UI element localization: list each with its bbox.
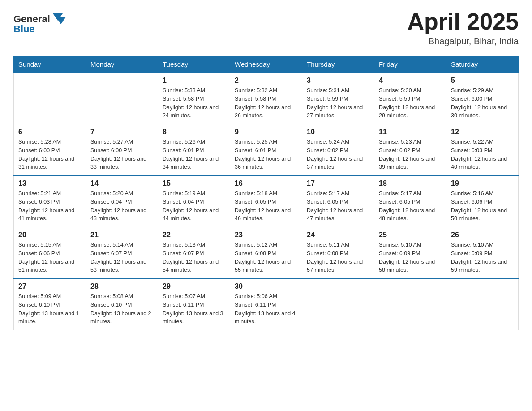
day-number: 27 <box>18 283 81 291</box>
calendar-cell: 2Sunrise: 5:32 AMSunset: 5:58 PMDaylight… <box>230 73 302 124</box>
day-number: 16 <box>235 180 297 188</box>
day-info: Sunrise: 5:33 AMSunset: 5:58 PMDaylight:… <box>163 86 225 120</box>
day-number: 1 <box>163 77 225 85</box>
calendar-cell: 4Sunrise: 5:30 AMSunset: 5:59 PMDaylight… <box>374 73 446 124</box>
page-header: General Blue April 2025 Bhagalpur, Bihar… <box>13 9 519 47</box>
day-number: 19 <box>451 180 514 188</box>
day-number: 13 <box>18 180 81 188</box>
calendar-cell <box>446 278 519 330</box>
day-info: Sunrise: 5:12 AMSunset: 6:08 PMDaylight:… <box>235 241 297 274</box>
day-number: 15 <box>163 180 225 188</box>
day-info: Sunrise: 5:14 AMSunset: 6:07 PMDaylight:… <box>90 241 153 274</box>
calendar-cell: 25Sunrise: 5:10 AMSunset: 6:09 PMDayligh… <box>374 227 446 278</box>
month-title: April 2025 <box>407 9 519 34</box>
day-number: 3 <box>307 77 369 85</box>
day-number: 23 <box>235 231 297 239</box>
day-number: 30 <box>235 283 297 291</box>
day-number: 28 <box>90 283 153 291</box>
day-number: 14 <box>90 180 153 188</box>
column-header-sunday: Sunday <box>14 56 86 73</box>
day-info: Sunrise: 5:16 AMSunset: 6:06 PMDaylight:… <box>451 189 514 223</box>
day-number: 12 <box>451 128 514 136</box>
day-info: Sunrise: 5:13 AMSunset: 6:07 PMDaylight:… <box>163 241 225 274</box>
svg-marker-2 <box>56 17 66 24</box>
svg-text:Blue: Blue <box>13 23 35 34</box>
calendar-table: SundayMondayTuesdayWednesdayThursdayFrid… <box>13 56 519 330</box>
day-info: Sunrise: 5:18 AMSunset: 6:05 PMDaylight:… <box>235 189 297 223</box>
day-number: 17 <box>307 180 369 188</box>
day-info: Sunrise: 5:10 AMSunset: 6:09 PMDaylight:… <box>379 241 442 274</box>
logo-text: General Blue <box>13 9 72 38</box>
day-info: Sunrise: 5:07 AMSunset: 6:11 PMDaylight:… <box>163 292 225 326</box>
day-info: Sunrise: 5:10 AMSunset: 6:09 PMDaylight:… <box>451 241 514 274</box>
day-info: Sunrise: 5:28 AMSunset: 6:00 PMDaylight:… <box>18 138 81 171</box>
calendar-cell: 29Sunrise: 5:07 AMSunset: 6:11 PMDayligh… <box>158 278 230 330</box>
day-number: 29 <box>163 283 225 291</box>
calendar-cell: 14Sunrise: 5:20 AMSunset: 6:04 PMDayligh… <box>86 176 158 227</box>
calendar-cell <box>302 278 374 330</box>
calendar-week-row: 13Sunrise: 5:21 AMSunset: 6:03 PMDayligh… <box>14 176 519 227</box>
day-number: 22 <box>163 231 225 239</box>
calendar-cell: 26Sunrise: 5:10 AMSunset: 6:09 PMDayligh… <box>446 227 519 278</box>
day-number: 11 <box>379 128 442 136</box>
calendar-week-row: 6Sunrise: 5:28 AMSunset: 6:00 PMDaylight… <box>14 124 519 176</box>
calendar-header-row: SundayMondayTuesdayWednesdayThursdayFrid… <box>14 56 519 73</box>
calendar-cell: 23Sunrise: 5:12 AMSunset: 6:08 PMDayligh… <box>230 227 302 278</box>
calendar-cell: 10Sunrise: 5:24 AMSunset: 6:02 PMDayligh… <box>302 124 374 176</box>
day-number: 10 <box>307 128 369 136</box>
column-header-friday: Friday <box>374 56 446 73</box>
calendar-cell: 21Sunrise: 5:14 AMSunset: 6:07 PMDayligh… <box>86 227 158 278</box>
calendar-cell: 12Sunrise: 5:22 AMSunset: 6:03 PMDayligh… <box>446 124 519 176</box>
calendar-cell: 11Sunrise: 5:23 AMSunset: 6:02 PMDayligh… <box>374 124 446 176</box>
column-header-monday: Monday <box>86 56 158 73</box>
day-number: 6 <box>18 128 81 136</box>
day-info: Sunrise: 5:22 AMSunset: 6:03 PMDaylight:… <box>451 138 514 171</box>
day-info: Sunrise: 5:25 AMSunset: 6:01 PMDaylight:… <box>235 138 297 171</box>
calendar-cell <box>86 73 158 124</box>
day-info: Sunrise: 5:21 AMSunset: 6:03 PMDaylight:… <box>18 189 81 223</box>
day-number: 24 <box>307 231 369 239</box>
day-info: Sunrise: 5:15 AMSunset: 6:06 PMDaylight:… <box>18 241 81 274</box>
calendar-week-row: 20Sunrise: 5:15 AMSunset: 6:06 PMDayligh… <box>14 227 519 278</box>
day-info: Sunrise: 5:32 AMSunset: 5:58 PMDaylight:… <box>235 86 297 120</box>
day-info: Sunrise: 5:17 AMSunset: 6:05 PMDaylight:… <box>307 189 369 223</box>
day-info: Sunrise: 5:19 AMSunset: 6:04 PMDaylight:… <box>163 189 225 223</box>
column-header-tuesday: Tuesday <box>158 56 230 73</box>
day-info: Sunrise: 5:23 AMSunset: 6:02 PMDaylight:… <box>379 138 442 171</box>
calendar-cell: 30Sunrise: 5:06 AMSunset: 6:11 PMDayligh… <box>230 278 302 330</box>
calendar-cell: 22Sunrise: 5:13 AMSunset: 6:07 PMDayligh… <box>158 227 230 278</box>
calendar-cell: 18Sunrise: 5:17 AMSunset: 6:05 PMDayligh… <box>374 176 446 227</box>
calendar-cell: 5Sunrise: 5:29 AMSunset: 6:00 PMDaylight… <box>446 73 519 124</box>
day-number: 5 <box>451 77 514 85</box>
calendar-cell: 3Sunrise: 5:31 AMSunset: 5:59 PMDaylight… <box>302 73 374 124</box>
column-header-saturday: Saturday <box>446 56 519 73</box>
calendar-cell: 7Sunrise: 5:27 AMSunset: 6:00 PMDaylight… <box>86 124 158 176</box>
day-number: 8 <box>163 128 225 136</box>
day-info: Sunrise: 5:27 AMSunset: 6:00 PMDaylight:… <box>90 138 153 171</box>
logo: General Blue <box>13 9 72 38</box>
calendar-cell: 19Sunrise: 5:16 AMSunset: 6:06 PMDayligh… <box>446 176 519 227</box>
day-info: Sunrise: 5:29 AMSunset: 6:00 PMDaylight:… <box>451 86 514 120</box>
day-info: Sunrise: 5:17 AMSunset: 6:05 PMDaylight:… <box>379 189 442 223</box>
day-number: 18 <box>379 180 442 188</box>
day-number: 25 <box>379 231 442 239</box>
day-info: Sunrise: 5:24 AMSunset: 6:02 PMDaylight:… <box>307 138 369 171</box>
day-number: 9 <box>235 128 297 136</box>
day-info: Sunrise: 5:26 AMSunset: 6:01 PMDaylight:… <box>163 138 225 171</box>
calendar-cell: 17Sunrise: 5:17 AMSunset: 6:05 PMDayligh… <box>302 176 374 227</box>
calendar-cell: 24Sunrise: 5:11 AMSunset: 6:08 PMDayligh… <box>302 227 374 278</box>
day-number: 20 <box>18 231 81 239</box>
title-block: April 2025 Bhagalpur, Bihar, India <box>407 9 519 47</box>
calendar-cell <box>374 278 446 330</box>
calendar-cell: 15Sunrise: 5:19 AMSunset: 6:04 PMDayligh… <box>158 176 230 227</box>
day-info: Sunrise: 5:30 AMSunset: 5:59 PMDaylight:… <box>379 86 442 120</box>
calendar-cell: 13Sunrise: 5:21 AMSunset: 6:03 PMDayligh… <box>14 176 86 227</box>
day-number: 21 <box>90 231 153 239</box>
calendar-cell: 8Sunrise: 5:26 AMSunset: 6:01 PMDaylight… <box>158 124 230 176</box>
day-info: Sunrise: 5:06 AMSunset: 6:11 PMDaylight:… <box>235 292 297 326</box>
day-number: 7 <box>90 128 153 136</box>
day-number: 2 <box>235 77 297 85</box>
column-header-wednesday: Wednesday <box>230 56 302 73</box>
day-info: Sunrise: 5:31 AMSunset: 5:59 PMDaylight:… <box>307 86 369 120</box>
day-number: 26 <box>451 231 514 239</box>
